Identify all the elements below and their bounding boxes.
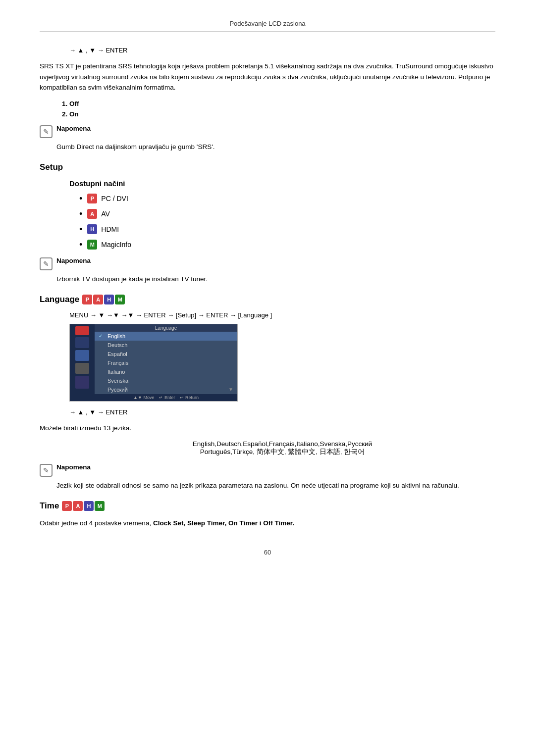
lang-russian: Русский [107,387,128,393]
bullet-dot-3: • [79,224,82,235]
note-icon-1: ✎ [40,125,53,138]
note-label-3: Napomena [56,463,91,471]
header-title: Podešavanje LCD zaslona [229,20,305,27]
page-header: Podešavanje LCD zaslona [40,20,495,32]
av-label: AV [101,210,110,218]
note-text-1: Gumb Direct na daljinskom upravljaču je … [56,143,495,151]
bullet-item-pcdvi: • P PC / DVI [79,194,495,204]
hdmi-icon: H [87,224,97,234]
note-label-1: Napomena [56,125,91,132]
badge-p: P [82,295,92,304]
badge-h: H [104,295,114,304]
bullet-dot-1: • [79,194,82,204]
lang-item-russian: Русский ▼ [95,385,237,394]
sidebar-icon-4 [75,363,89,374]
time-body-text: Odabir jedne od 4 postavke vremena, Cloc… [40,518,495,529]
av-icon: A [87,209,97,219]
sidebar-icon-1 [75,326,89,335]
setup-title: Setup [40,162,495,172]
footer-return: ↩ Return [180,395,199,400]
hdmi-label: HDMI [101,225,119,233]
bullet-item-magicinfo: • M MagicInfo [79,240,495,250]
list-item-2: On [69,110,495,118]
note-box-1: ✎ Napomena [40,125,495,138]
setup-subtitle: Dostupni načini [69,179,495,188]
magicinfo-icon: M [87,240,97,250]
lang-main: Language ✓ English Deutsch Español Franç… [95,324,237,401]
note-label-2: Napomena [56,257,91,264]
lang-item-deutsch: Deutsch [95,341,237,350]
language-screenshot: Language ✓ English Deutsch Español Franç… [69,324,238,402]
languages-text: English,Deutsch,Español,Français,Italian… [69,440,495,456]
time-badge-h: H [84,501,94,511]
lang-svenska: Svenska [107,378,128,384]
page-number: 60 [40,549,495,556]
time-badge-a: A [73,501,83,511]
lang-item-english: ✓ English [95,332,237,341]
intro-text: SRS TS XT je patentirana SRS tehnologija… [40,61,495,93]
languages-list-1: English,Deutsch,Español,Français,Italian… [69,440,495,448]
languages-list-2: Português,Türkçe, 简体中文, 繁體中文, 日本語, 한국어 [69,448,495,456]
note-box-3: ✎ Napomena [40,463,495,477]
lang-screenshot-header: Language [95,324,237,332]
time-badge-p: P [62,501,72,511]
magicinfo-label: MagicInfo [101,241,131,249]
language-heading: Language P A H M [40,295,495,304]
language-badges: P A H M [82,295,125,304]
note-text-3: Jezik koji ste odabrali odnosi se samo n… [56,482,495,489]
time-title: Time [40,501,59,511]
choose-text: Možete birati između 13 jezika. [40,423,495,434]
note-icon-3: ✎ [40,464,53,477]
lang-francais: Français [107,360,128,366]
scroll-indicator: ▼ [228,387,233,392]
lang-item-francais: Français [95,358,237,367]
footer-move: ▲▼ Move [133,395,154,400]
lang-italiano: Italiano [107,369,125,375]
sidebar-icon-5 [75,376,89,389]
lang-espanol: Español [107,351,127,357]
note-box-2: ✎ Napomena [40,257,495,270]
badge-m: M [115,295,125,304]
lang-deutsch: Deutsch [107,342,127,348]
footer-enter: ↵ Enter [159,395,175,400]
bullet-dot-4: • [79,240,82,250]
lang-sidebar [70,324,95,401]
time-text-bold: Clock Set, Sleep Timer, On Timer i Off T… [153,519,294,527]
lang-item-espanol: Español [95,350,237,358]
pc-icon: P [87,194,97,203]
time-badges: P A H M [62,501,105,511]
note-text-2: Izbornik TV dostupan je kada je instalir… [56,275,495,283]
language-title: Language [40,295,79,304]
note-icon-2: ✎ [40,257,53,270]
bullet-dot-2: • [79,209,82,219]
bullet-list: • P PC / DVI • A AV • H HDMI • M MagicIn… [79,194,495,250]
time-heading: Time P A H M [40,501,495,511]
time-badge-m: M [95,501,105,511]
numbered-list: Off On [69,100,495,118]
pc-label: PC / DVI [101,195,128,202]
list-item-1: Off [69,100,495,107]
arrow-line-1: → ▲ , ▼ → ENTER [69,47,495,54]
bullet-item-hdmi: • H HDMI [79,224,495,235]
language-menu-path: MENU → ▼ →▼ →▼ → ENTER → [Setup] → ENTER… [69,311,495,319]
lang-footer: ▲▼ Move ↵ Enter ↩ Return [95,394,237,401]
bullet-item-av: • A AV [79,209,495,219]
sidebar-icon-2 [75,337,89,348]
lang-item-italiano: Italiano [95,367,237,376]
lang-item-svenska: Svenska [95,376,237,385]
sidebar-icon-3 [75,350,89,361]
time-text-normal: Odabir jedne od 4 postavke vremena, [40,519,151,527]
badge-a: A [93,295,103,304]
check-english: ✓ [99,333,105,339]
lang-english: English [107,333,125,339]
arrow-line-2: → ▲ , ▼ → ENTER [69,408,495,416]
